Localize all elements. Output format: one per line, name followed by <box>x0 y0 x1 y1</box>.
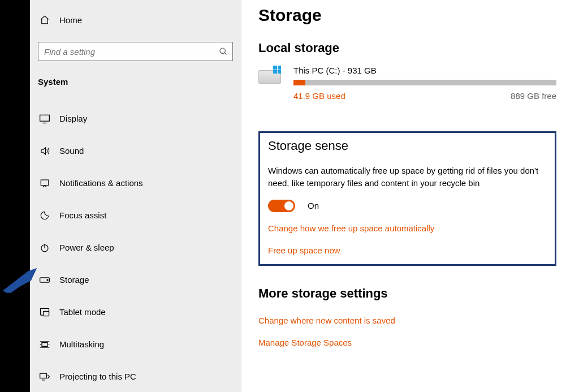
svg-point-0 <box>220 48 225 53</box>
svg-rect-10 <box>44 311 49 316</box>
sound-icon <box>38 146 51 156</box>
search-input[interactable] <box>38 47 214 57</box>
svg-rect-13 <box>42 342 47 346</box>
sidebar-item-sound[interactable]: Sound <box>30 135 241 167</box>
toggle-state-label: On <box>308 201 319 210</box>
sidebar-section-label: System <box>30 61 241 92</box>
notifications-icon <box>38 178 51 188</box>
sidebar-item-focus-assist[interactable]: Focus assist <box>30 199 241 231</box>
sidebar-item-label: Storage <box>59 275 89 285</box>
disk-usage-bar <box>293 80 556 85</box>
svg-rect-4 <box>41 180 49 186</box>
link-free-up-now[interactable]: Free up space now <box>268 245 340 255</box>
disk-name: This PC (C:) - 931 GB <box>293 66 556 75</box>
page-title: Storage <box>258 6 556 25</box>
power-icon <box>38 243 51 253</box>
display-icon <box>38 114 51 124</box>
storage-sense-section: Storage sense Windows can automatically … <box>258 131 556 266</box>
svg-rect-2 <box>40 115 50 121</box>
svg-rect-16 <box>40 373 47 378</box>
sidebar-item-notifications[interactable]: Notifications & actions <box>30 167 241 199</box>
disk-used-label: 41.9 GB used <box>293 91 345 101</box>
svg-line-1 <box>224 53 226 54</box>
sidebar-item-label: Display <box>59 114 87 123</box>
sidebar-item-label: Projecting to this PC <box>59 372 136 381</box>
home-nav[interactable]: Home <box>30 10 241 29</box>
sidebar-item-projecting[interactable]: Projecting to this PC <box>30 360 241 392</box>
disk-row[interactable]: This PC (C:) - 931 GB 41.9 GB used 889 G… <box>258 66 556 101</box>
search-icon <box>214 47 232 56</box>
sidebar-item-label: Multitasking <box>59 339 104 349</box>
home-icon <box>38 15 51 25</box>
storage-sense-description: Windows can automatically free up space … <box>268 165 547 189</box>
sidebar-item-label: Sound <box>59 146 84 156</box>
projecting-icon <box>38 372 51 382</box>
link-change-auto-free[interactable]: Change how we free up space automaticall… <box>268 223 434 233</box>
sidebar-item-label: Power & sleep <box>59 243 114 252</box>
home-label: Home <box>59 15 82 25</box>
sidebar-item-label: Notifications & actions <box>59 178 143 188</box>
sidebar-item-tablet-mode[interactable]: Tablet mode <box>30 296 241 328</box>
main-content: Storage Local storage This PC (C:) - 931… <box>241 0 579 392</box>
svg-point-8 <box>47 279 48 281</box>
sidebar-item-label: Tablet mode <box>59 307 106 317</box>
multitasking-icon <box>38 339 51 350</box>
link-change-content-location[interactable]: Change where new content is saved <box>258 316 395 325</box>
tablet-icon <box>38 307 51 317</box>
sidebar-item-label: Focus assist <box>59 210 106 220</box>
window-left-bar <box>0 0 30 392</box>
storage-sense-heading: Storage sense <box>268 139 547 153</box>
link-manage-storage-spaces[interactable]: Manage Storage Spaces <box>258 338 352 347</box>
settings-sidebar: Home System Display <box>30 0 241 392</box>
storage-sense-toggle[interactable] <box>268 200 295 212</box>
disk-free-label: 889 GB free <box>511 91 556 101</box>
more-settings-heading: More storage settings <box>258 286 556 301</box>
storage-icon <box>38 276 51 284</box>
sidebar-item-storage[interactable]: Storage <box>30 264 241 296</box>
drive-icon <box>258 66 286 86</box>
sidebar-item-power-sleep[interactable]: Power & sleep <box>30 231 241 264</box>
search-box[interactable] <box>38 42 233 61</box>
focus-assist-icon <box>38 210 51 221</box>
sidebar-item-display[interactable]: Display <box>30 102 241 135</box>
local-storage-heading: Local storage <box>258 41 556 55</box>
sidebar-item-multitasking[interactable]: Multitasking <box>30 328 241 360</box>
